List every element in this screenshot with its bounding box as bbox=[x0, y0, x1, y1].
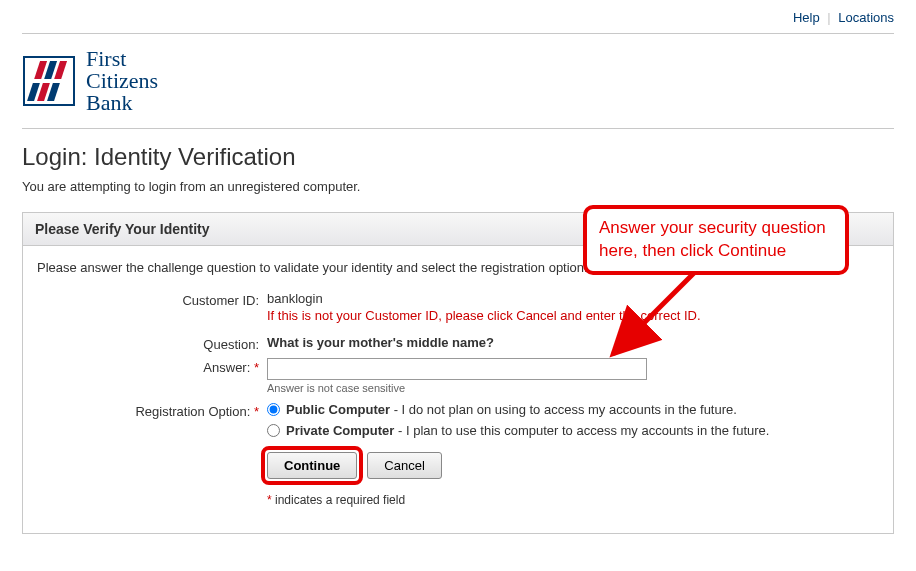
logo-line-1: First bbox=[86, 48, 158, 70]
question-label: Question: bbox=[37, 335, 267, 352]
required-footnote: * indicates a required field bbox=[267, 493, 879, 507]
help-link[interactable]: Help bbox=[793, 10, 820, 25]
continue-button[interactable]: Continue bbox=[267, 452, 357, 479]
logo-line-3: Bank bbox=[86, 92, 158, 114]
page-subtitle: You are attempting to login from an unre… bbox=[22, 179, 894, 194]
top-rule bbox=[22, 33, 894, 34]
bank-logo-icon bbox=[22, 55, 76, 107]
customer-id-value: banklogin bbox=[267, 291, 879, 306]
logo-text: First Citizens Bank bbox=[86, 48, 158, 114]
answer-hint: Answer is not case sensitive bbox=[267, 382, 879, 394]
registration-label: Registration Option: * bbox=[37, 402, 267, 419]
public-computer-label: Public Computer - I do not plan on using… bbox=[286, 402, 737, 417]
top-nav: Help | Locations bbox=[22, 10, 894, 29]
logo-line-2: Citizens bbox=[86, 70, 158, 92]
nav-separator: | bbox=[827, 10, 830, 25]
private-computer-radio[interactable] bbox=[267, 424, 280, 437]
logo: First Citizens Bank bbox=[22, 42, 894, 124]
locations-link[interactable]: Locations bbox=[838, 10, 894, 25]
header-rule bbox=[22, 128, 894, 129]
customer-id-label: Customer ID: bbox=[37, 291, 267, 308]
private-computer-label: Private Computer - I plan to use this co… bbox=[286, 423, 769, 438]
public-computer-radio[interactable] bbox=[267, 403, 280, 416]
customer-id-warning: If this is not your Customer ID, please … bbox=[267, 306, 879, 329]
annotation-callout: Answer your security question here, then… bbox=[583, 205, 849, 275]
answer-label: Answer: * bbox=[37, 358, 267, 375]
cancel-button[interactable]: Cancel bbox=[367, 452, 441, 479]
continue-button-highlight: Continue bbox=[267, 452, 357, 479]
question-value: What is your mother's middle name? bbox=[267, 335, 879, 350]
answer-input[interactable] bbox=[267, 358, 647, 380]
page-title: Login: Identity Verification bbox=[22, 143, 894, 171]
